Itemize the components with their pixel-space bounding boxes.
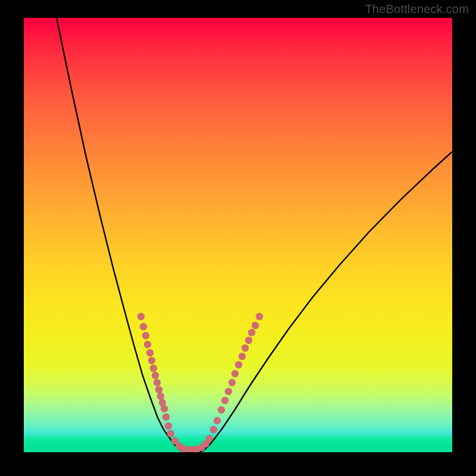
marker-dot: [231, 370, 239, 377]
marker-dot: [256, 313, 263, 320]
marker-dot: [228, 379, 236, 386]
marker-dot: [154, 379, 161, 386]
marker-dot: [252, 322, 259, 329]
marker-dot: [242, 345, 249, 352]
marker-dot: [144, 341, 151, 348]
chart-frame: TheBottleneck.com: [0, 0, 476, 476]
watermark-text: TheBottleneck.com: [365, 2, 469, 16]
plot-area: [24, 18, 452, 452]
marker-dot: [214, 417, 221, 424]
marker-dot: [235, 361, 242, 368]
marker-dot: [152, 372, 159, 379]
marker-dot: [150, 365, 157, 372]
marker-dot: [162, 414, 170, 421]
marker-dot: [239, 353, 246, 360]
curve-right: [201, 152, 452, 452]
marker-dot: [245, 337, 252, 344]
marker-group: [137, 313, 263, 452]
marker-dot: [221, 397, 228, 404]
marker-dot: [157, 393, 164, 400]
marker-dot: [146, 349, 154, 356]
marker-dot: [167, 430, 174, 437]
marker-dot: [161, 405, 168, 412]
marker-dot: [225, 388, 232, 395]
marker-dot: [248, 329, 255, 336]
marker-dot: [165, 422, 172, 430]
marker-dot: [148, 357, 155, 364]
curve-left: [57, 18, 183, 452]
marker-dot: [140, 323, 147, 330]
marker-dot: [137, 313, 145, 320]
marker-dot: [142, 332, 149, 339]
marker-dot: [218, 406, 225, 414]
marker-dot: [155, 386, 162, 393]
marker-dot: [206, 435, 213, 442]
chart-svg: [24, 18, 452, 452]
marker-dot: [210, 426, 217, 433]
